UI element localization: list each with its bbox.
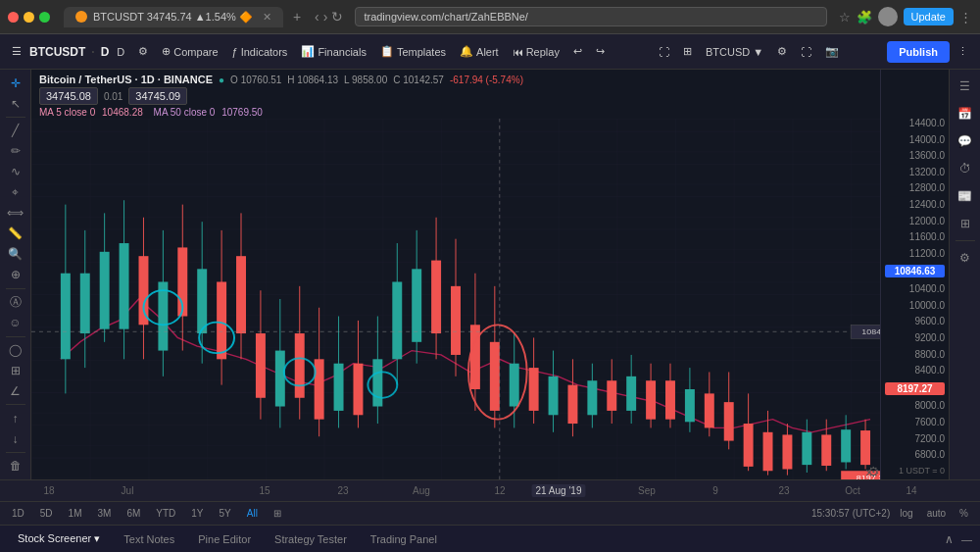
settings-gear-icon[interactable]: ⚙ [867,464,880,479]
emoji-tool[interactable]: ☺ [3,314,28,332]
browser-tab[interactable]: BTCUSDT 34745.74 ▲1.54% 🔶 ✕ [64,7,283,27]
svg-rect-94 [841,429,851,462]
percent-btn[interactable]: % [956,506,972,521]
price-13200: 13200.0 [885,168,945,177]
tab-close-icon[interactable]: ✕ [263,11,271,24]
chart-expand-btn[interactable]: ⛶ [795,43,817,61]
text-tool[interactable]: Ⓐ [3,293,28,312]
back-icon[interactable]: ‹ [315,9,319,25]
star-icon[interactable]: ☆ [839,10,851,25]
crosshair-price-label: 10846.63 [885,265,945,277]
watchlist-icon[interactable]: ☰ [953,74,978,99]
url-bar[interactable]: tradingview.com/chart/ZahEBBNe/ [355,7,826,26]
expand-icon[interactable]: ∧ [945,532,954,546]
arrow-tool[interactable]: ↖ [3,94,28,113]
undo-btn[interactable]: ↩ [567,42,588,61]
profile-avatar[interactable] [878,7,898,26]
period-5y[interactable]: 5Y [216,506,235,521]
period-1d[interactable]: 1D [8,506,28,521]
date-range-icon[interactable]: ⊞ [270,506,285,521]
period-5d[interactable]: 5D [36,506,57,521]
alert-btn[interactable]: 🔔 Alert [454,42,505,61]
chat-icon[interactable]: 💬 [953,128,978,154]
templates-icon: 📋 [380,45,394,58]
price-14400: 14400.0 [885,119,945,128]
period-1m[interactable]: 1M [65,506,86,521]
timeframe[interactable]: D [101,45,110,59]
settings-right-icon[interactable]: ⚙ [953,245,978,271]
period-1y[interactable]: 1Y [187,506,207,521]
minimize-dot[interactable] [24,12,34,23]
tab-text-notes[interactable]: Text Notes [114,530,184,548]
symbol-search-btn[interactable]: BTCUSD ▼ [700,43,769,61]
hamburger-menu[interactable]: ☰ [6,42,27,61]
projection-tool[interactable]: ⊞ [3,361,28,379]
tab-pine-editor[interactable]: Pine Editor [188,530,261,548]
chart-type-btn[interactable]: D [111,43,130,61]
auto-btn[interactable]: auto [923,506,950,521]
redo-btn[interactable]: ↪ [590,42,611,61]
indicators-btn[interactable]: ƒ Indicators [226,43,294,61]
price-12000: 12000.0 [885,217,945,226]
delete-tool[interactable]: 🗑 [3,457,28,476]
tab-trading-panel[interactable]: Trading Panel [361,530,447,548]
period-6m[interactable]: 6M [122,506,144,521]
menu-icon[interactable]: ⋮ [959,10,972,25]
cursor-tool[interactable]: ✛ [3,74,28,92]
magnet-tool[interactable]: ⊕ [3,266,28,284]
period-ytd[interactable]: YTD [152,506,179,521]
chart-settings-btn[interactable]: ⚙ [771,42,793,61]
tab-strategy-tester[interactable]: Strategy Tester [265,530,357,548]
zoom-tool[interactable]: 🔍 [3,245,28,264]
draw-tool[interactable]: ✏ [3,142,28,161]
settings-icon-btn[interactable]: ⚙ [132,42,154,61]
compare-btn[interactable]: ⊕ Compare [156,42,223,61]
tab-stock-screener[interactable]: Stock Screener ▾ [8,529,110,548]
templates-btn[interactable]: 📋 Templates [374,42,452,61]
maximize-dot[interactable] [39,12,50,23]
calendar-icon[interactable]: 📅 [953,101,978,126]
publish-button[interactable]: Publish [887,41,950,63]
time-label-9: 9 [712,485,718,496]
svg-rect-28 [197,269,207,333]
short-tool[interactable]: ↓ [3,429,28,448]
fibonacci-tool[interactable]: ⟺ [3,204,28,223]
ma5-label: MA 5 close 0 [39,107,95,118]
svg-rect-96 [860,430,870,465]
ma50-label: MA 50 close 0 [154,107,216,118]
candlestick-chart[interactable]: 10846.63 › 8197.27 [31,119,880,479]
replay-btn[interactable]: ⏮ Replay [507,43,565,61]
live-dot: ● [219,75,224,85]
new-tab-icon[interactable]: + [293,9,301,25]
fullscreen-btn[interactable]: ⛶ [653,43,675,61]
reload-icon[interactable]: ↻ [331,9,343,25]
log-btn[interactable]: log [896,506,916,521]
layout-btn[interactable]: ⊞ [677,42,698,61]
pattern-tool[interactable]: ⌖ [3,183,28,202]
price-8400: 8400.0 [885,366,945,376]
minimize-icon[interactable]: — [961,533,972,545]
measure-tool[interactable]: 📏 [3,225,28,243]
financials-btn[interactable]: 📊 Financials [295,42,372,61]
bottom-controls: 1D 5D 1M 3M 6M YTD 1Y 5Y All ⊞ 15:30:57 … [0,501,980,525]
trendline-tool[interactable]: ╱ [3,122,28,140]
wave-tool[interactable]: ∿ [3,163,28,181]
update-button[interactable]: Update [904,8,954,25]
time-label-23b: 23 [778,485,789,496]
more-options-btn[interactable]: ⋮ [952,42,974,61]
news-icon[interactable]: 📰 [953,183,978,209]
forward-icon[interactable]: › [323,9,328,25]
chart-area[interactable]: Bitcoin / TetherUS · 1D · BINANCE ● O 10… [31,70,880,479]
svg-rect-40 [315,359,324,419]
period-3m[interactable]: 3M [94,506,116,521]
history-icon[interactable]: ⏱ [953,156,978,181]
period-all[interactable]: All [243,506,262,521]
close-dot[interactable] [8,12,19,23]
extensions-icon[interactable]: 🧩 [857,10,872,25]
replay-icon: ⏮ [513,46,523,58]
shape-tool[interactable]: ◯ [3,340,28,359]
data-window-icon[interactable]: ⊞ [953,211,978,236]
long-tool[interactable]: ↑ [3,409,28,427]
angle-tool[interactable]: ∠ [3,381,28,400]
snapshot-btn[interactable]: 📷 [819,42,845,61]
